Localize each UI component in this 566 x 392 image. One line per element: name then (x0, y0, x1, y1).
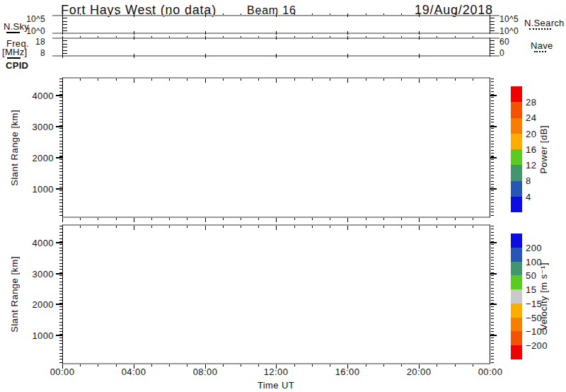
velocity-colorbar (511, 234, 522, 359)
velocity-colorbar-segment (511, 304, 522, 318)
cpid-label: CPID (6, 60, 28, 71)
power-ytick-label: 2000 (24, 153, 54, 163)
power-cbar-tick: 8 (526, 175, 531, 186)
time-tick-label: 16:00 (335, 367, 360, 377)
time-tick-label: 04:00 (122, 367, 146, 377)
velocity-ytick-major (490, 242, 497, 243)
nsky-solid-line-key (6, 32, 20, 33)
nsky-legend-label: N.Sky (4, 21, 29, 32)
noise-yticks-left (63, 18, 67, 32)
velocity-cbar-title: Velocity [m s⁻¹] (538, 263, 549, 330)
velocity-ytick-major (56, 304, 62, 305)
velocity-yaxis-title: Slant Range [km] (9, 256, 20, 333)
power-colorbar-segment (511, 149, 522, 165)
freq-solid-line-key (7, 57, 21, 59)
time-tick-label: 20:00 (407, 367, 432, 377)
nave-legend-label: Nave (531, 40, 553, 51)
power-ytick-major (490, 157, 497, 158)
power-cbar-tick: 28 (526, 97, 536, 108)
time-tick-label: 00:00 (50, 367, 75, 377)
noise-xticks-major-bottom (62, 31, 490, 35)
power-ytick-label: 4000 (24, 91, 54, 101)
nave-dotted-line-key (534, 51, 546, 52)
power-colorbar (511, 86, 522, 212)
noise-ytick-bottom-right: 10^0 (499, 26, 519, 36)
velocity-cbar-tick: 15 (526, 284, 536, 295)
power-cbar-tick: 12 (526, 160, 536, 171)
power-ytick-label: 1000 (24, 184, 54, 195)
velocity-ytick-label: 4000 (24, 238, 54, 248)
noise-yticks-right (490, 18, 495, 32)
freq-ytick-top-right: 60 (499, 37, 509, 47)
velocity-ytick-label: 3000 (24, 269, 54, 279)
power-xticks-minor-top (62, 79, 490, 81)
power-ytick-major (56, 157, 62, 158)
power-cbar-title-wrap: Power [dB] (536, 86, 551, 212)
velocity-panel-plot-area (62, 224, 490, 364)
velocity-colorbar-segment (511, 318, 522, 332)
velocity-xticks-minor-top (62, 226, 490, 228)
power-yticks-minor-right (491, 79, 494, 217)
freq-xticks-major-bottom (62, 54, 490, 58)
noise-ytick-top-right: 10^5 (499, 14, 519, 24)
velocity-colorbar-segment (511, 248, 522, 262)
velocity-colorbar-segment (511, 262, 522, 276)
power-yticks-minor-left (59, 79, 62, 217)
power-ytick-major (490, 95, 497, 96)
velocity-colorbar-segment (511, 331, 522, 345)
velocity-ytick-major (56, 273, 62, 275)
power-colorbar-segment (511, 165, 522, 180)
power-xticks-minor-bottom (62, 218, 490, 220)
power-ytick-major (56, 95, 62, 96)
time-tick-label: 12:00 (264, 367, 289, 377)
velocity-ytick-major (56, 242, 62, 243)
velocity-ytick-major (490, 273, 497, 275)
freq-xticks-minor (62, 36, 490, 38)
power-ytick-major (56, 126, 62, 127)
velocity-colorbar-segment (511, 234, 522, 248)
power-ytick-label: 3000 (24, 122, 54, 132)
power-colorbar-segment (511, 86, 522, 102)
velocity-yticks-minor-right (491, 226, 494, 363)
velocity-cbar-tick: 50 (526, 270, 536, 281)
nsearch-legend-label: N.Search (524, 18, 565, 28)
power-colorbar-segment (511, 118, 522, 134)
freq-ytick-bottom-right: 0 (499, 48, 504, 58)
velocity-ytick-major (56, 335, 62, 336)
power-yaxis-title-wrap: Slant Range [km] (6, 77, 23, 218)
freq-legend-label-line2: [MHz] (2, 47, 27, 57)
power-panel-plot-area (62, 77, 490, 218)
velocity-ytick-major (490, 335, 497, 336)
power-colorbar-segment (511, 197, 522, 212)
power-ytick-major (56, 188, 62, 190)
velocity-yticks-minor-left (59, 226, 62, 363)
noise-xticks-minor (62, 13, 490, 15)
power-colorbar-segment (511, 102, 522, 117)
velocity-cbar-title-wrap: Velocity [m s⁻¹] (536, 234, 551, 359)
rti-summary-plot: Fort Hays West (no data) Beam 16 19/Aug/… (0, 0, 566, 392)
velocity-ytick-label: 2000 (24, 299, 54, 310)
power-yaxis-title: Slant Range [km] (9, 110, 20, 186)
freq-yticks-right (490, 40, 495, 54)
velocity-colorbar-segment (511, 345, 522, 359)
time-axis-title: Time UT (258, 380, 294, 391)
velocity-colorbar-segment (511, 275, 522, 289)
power-cbar-tick: 24 (526, 113, 536, 123)
power-colorbar-segment (511, 181, 522, 197)
power-cbar-title: Power [dB] (538, 125, 549, 174)
velocity-ytick-major (490, 304, 497, 305)
velocity-colorbar-segment (511, 289, 522, 304)
power-cbar-tick: 4 (526, 192, 531, 202)
power-colorbar-segment (511, 134, 522, 149)
power-cbar-tick: 16 (526, 144, 536, 155)
velocity-ytick-label: 1000 (24, 330, 54, 341)
nsearch-dotted-line-key (529, 28, 551, 30)
time-tick-label: 00:00 (478, 367, 503, 377)
power-ytick-major (490, 126, 497, 127)
time-tick-label: 08:00 (193, 367, 218, 377)
power-ytick-major (490, 188, 497, 190)
velocity-yaxis-title-wrap: Slant Range [km] (6, 224, 23, 364)
freq-yticks-left (63, 40, 67, 54)
power-cbar-tick: 20 (526, 129, 536, 139)
